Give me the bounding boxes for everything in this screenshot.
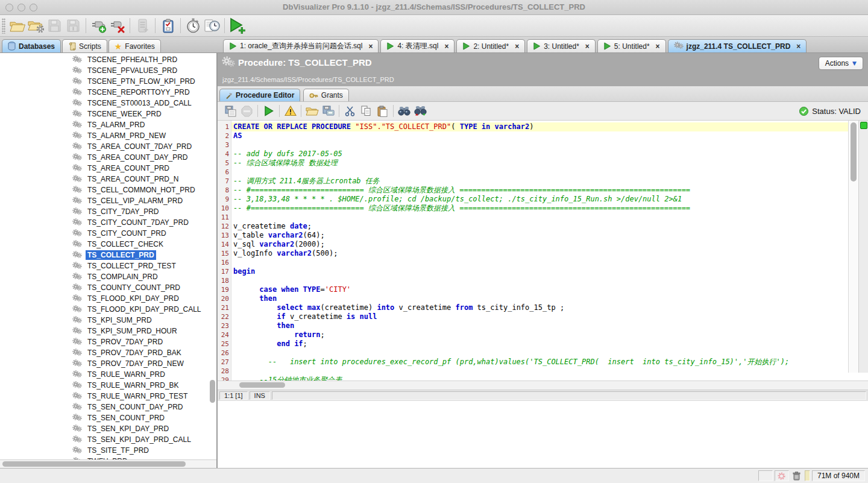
- procedure-editor[interactable]: 1CREATE OR REPLACE PROCEDURE "ISS"."TS_C…: [218, 121, 868, 381]
- sql-tab[interactable]: jzgz_211.4 TS_COLLECT_PRD×: [668, 39, 807, 52]
- tree-item[interactable]: TS_SEN_COUNT_PRD: [0, 412, 216, 423]
- tree-item[interactable]: TS_KPI_SUM_PRD_HOUR: [0, 326, 216, 336]
- editor-vertical-scrollbar[interactable]: [848, 121, 858, 373]
- code-area[interactable]: 1CREATE OR REPLACE PROCEDURE "ISS"."TS_C…: [218, 122, 848, 381]
- tree-item[interactable]: TS_RULE_WARN_PRD_TEST: [0, 391, 216, 402]
- tree-item[interactable]: TS_AREA_COUNT_7DAY_PRD: [0, 141, 216, 152]
- sql-tab[interactable]: 3: Untitled*×: [527, 39, 596, 52]
- tree-item[interactable]: TS_CELL_COMMON_HOT_PRD: [0, 185, 216, 195]
- procedure-icon: [72, 164, 83, 172]
- tree-item[interactable]: TS_ALARM_PRD_NEW: [0, 130, 216, 141]
- tree-item[interactable]: TSCENE_PTN_FLOW_KPI_PRD: [0, 76, 216, 87]
- tree-item[interactable]: TS_COMPLAIN_PRD: [0, 271, 216, 282]
- editor-vertical-scrollbar-thumb[interactable]: [851, 122, 857, 182]
- save-all-icon[interactable]: [64, 17, 83, 35]
- execute-icon[interactable]: [260, 103, 277, 119]
- tree-item[interactable]: TSCENE_REPORTTOYY_PRD: [0, 87, 216, 98]
- add-database-icon[interactable]: [133, 17, 152, 35]
- tree-item[interactable]: TS_AREA_COUNT_DAY_PRD: [0, 152, 216, 163]
- close-window-icon[interactable]: [5, 4, 13, 11]
- close-icon[interactable]: ×: [368, 42, 373, 51]
- tree-item[interactable]: TSCENE_PFHEALTH_PRD: [0, 54, 216, 65]
- tree-item-label: TS_SEN_COUNT_DAY_PRD: [86, 402, 184, 412]
- tree-item[interactable]: TS_AREA_COUNT_PRD: [0, 163, 216, 174]
- editor-horizontal-scrollbar[interactable]: [218, 380, 868, 390]
- tree-item[interactable]: TS_FLOOD_KPI_DAY_PRD: [0, 293, 216, 304]
- minimize-window-icon[interactable]: [17, 4, 25, 11]
- warnings-icon[interactable]: [282, 103, 298, 119]
- zoom-window-icon[interactable]: [30, 4, 37, 11]
- export-to-file-icon[interactable]: [320, 103, 336, 119]
- garbage-collect-icon[interactable]: [791, 471, 803, 481]
- editor-statusbar-spacer: [272, 391, 866, 400]
- close-icon[interactable]: ×: [656, 42, 660, 51]
- close-icon[interactable]: ×: [515, 42, 519, 51]
- tree-item[interactable]: TS_FLOOD_KPI_DAY_PRD_CALL: [0, 304, 216, 315]
- tree-item[interactable]: TS_CELL_VIP_ALARM_PRD: [0, 195, 216, 206]
- load-from-file-icon[interactable]: [304, 103, 320, 119]
- stop-icon[interactable]: [239, 103, 255, 119]
- tree-item[interactable]: TS_KPI_SUM_PRD: [0, 315, 216, 326]
- tree-item[interactable]: TS_AREA_COUNT_PRD_N: [0, 174, 216, 185]
- tab-grants[interactable]: Grants: [303, 89, 349, 101]
- disconnect-icon[interactable]: [108, 17, 127, 35]
- line-number: 27: [218, 358, 231, 367]
- tree-item[interactable]: TS_SEN_KPI_DAY_PRD: [0, 423, 216, 434]
- tree-horizontal-scrollbar[interactable]: [0, 459, 216, 469]
- tree-item[interactable]: TS_CITY_COUNT_7DAY_PRD: [0, 217, 216, 228]
- tab-procedure-editor[interactable]: Procedure Editor: [219, 89, 300, 101]
- object-viewer-icon[interactable]: [159, 17, 177, 35]
- copy-icon[interactable]: [358, 103, 374, 119]
- actions-button[interactable]: Actions ▼: [819, 57, 863, 70]
- task-monitor-icon[interactable]: [203, 17, 221, 35]
- sql-tab[interactable]: 5: Untitled*×: [597, 39, 666, 52]
- line-number: 8: [218, 186, 231, 195]
- find-replace-icon[interactable]: [412, 103, 429, 119]
- tree-item[interactable]: TS_COUNTY_COUNT_PRD: [0, 282, 216, 293]
- tree-item[interactable]: TS_COLLECT_CHECK: [0, 239, 216, 250]
- close-icon[interactable]: ×: [444, 42, 448, 51]
- tree-item[interactable]: TS_SEN_COUNT_DAY_PRD: [0, 402, 216, 412]
- tab-favorites[interactable]: ★ Favorites: [108, 39, 161, 52]
- save-procedure-icon[interactable]: [222, 103, 239, 119]
- tab-scripts[interactable]: Scripts: [62, 39, 107, 52]
- line-number: 13: [218, 231, 231, 240]
- connect-icon[interactable]: [89, 17, 108, 35]
- line-number: 11: [218, 213, 231, 222]
- close-icon[interactable]: ×: [585, 42, 590, 51]
- tree-item[interactable]: TS_CITY_COUNT_PRD: [0, 228, 216, 239]
- find-icon[interactable]: [396, 103, 412, 119]
- tree-vertical-scrollbar-thumb[interactable]: [210, 380, 215, 403]
- tree-item[interactable]: TS_COLLECT_PRD_TEST: [0, 260, 216, 271]
- cut-icon[interactable]: [342, 103, 358, 119]
- tree-item[interactable]: TS_SEN_KPI_DAY_PRD_CALL: [0, 434, 216, 445]
- tree-item[interactable]: TS_ALARM_PRD: [0, 119, 216, 130]
- tree-item[interactable]: TS_RULE_WARN_PRD: [0, 369, 216, 380]
- tree-item[interactable]: TS_CITY_7DAY_PRD: [0, 206, 216, 217]
- tree-item[interactable]: TS_PROV_7DAY_PRD: [0, 336, 216, 347]
- paste-icon[interactable]: [374, 103, 391, 119]
- tree-item[interactable]: TSCENE_WEEK_PRD: [0, 109, 216, 119]
- tree-item[interactable]: TS_SITE_TF_PRD: [0, 445, 216, 456]
- tab-databases[interactable]: Databases: [2, 39, 61, 52]
- tree-item[interactable]: TS_PROV_7DAY_PRD_NEW: [0, 358, 216, 369]
- open-folder-icon[interactable]: [8, 17, 27, 35]
- tree-item-label: TS_CELL_VIP_ALARM_PRD: [86, 196, 184, 206]
- procedure-icon: [72, 359, 83, 368]
- tree-horizontal-scrollbar-thumb[interactable]: [2, 461, 186, 467]
- editor-horizontal-scrollbar-thumb[interactable]: [239, 382, 285, 388]
- save-icon[interactable]: [45, 17, 64, 35]
- tree-item[interactable]: TSCENE_ST00013_ADD_CALL: [0, 98, 216, 109]
- tree-item[interactable]: TS_COLLECT_PRD: [0, 250, 216, 260]
- sql-tab[interactable]: 2: Untitled*×: [456, 39, 525, 52]
- folder-settings-icon[interactable]: [27, 17, 45, 35]
- sql-tab[interactable]: 1: oracle_查询并杀掉当前问题会话.sql×: [223, 39, 379, 52]
- sql-tab[interactable]: 4: 表清理.sql×: [380, 39, 454, 52]
- tree-item[interactable]: TS_PROV_7DAY_PRD_BAK: [0, 347, 216, 358]
- close-icon[interactable]: ×: [796, 42, 800, 51]
- tree-item[interactable]: TSCENE_PFVALUES_PRD: [0, 65, 216, 76]
- stopwatch-icon[interactable]: [184, 17, 203, 35]
- line-number: 1: [218, 122, 231, 131]
- new-sql-commander-icon[interactable]: [228, 17, 247, 35]
- tree-item[interactable]: TS_RULE_WARN_PRD_BK: [0, 380, 216, 391]
